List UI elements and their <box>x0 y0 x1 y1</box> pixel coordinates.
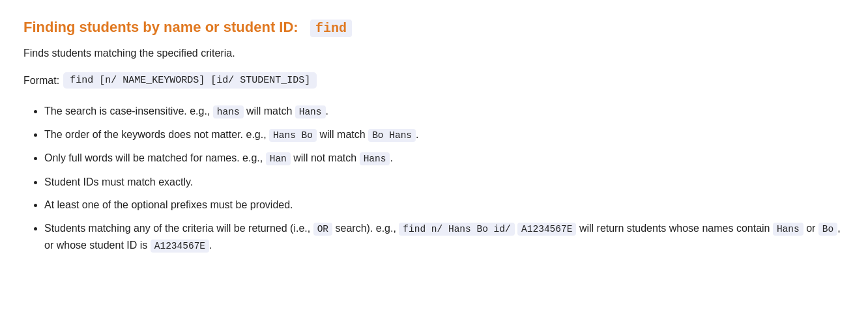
title-code: find <box>310 20 352 37</box>
bullet-text: The search is case-insensitive. e.g., <box>44 105 213 117</box>
inline-code: Bo Hans <box>368 129 416 142</box>
format-code: find [n/ NAME_KEYWORDS] [id/ STUDENT_IDS… <box>63 72 317 89</box>
bullet-text: search). e.g., <box>332 223 399 234</box>
bullet-text: or <box>803 223 818 234</box>
inline-code: Hans <box>295 105 326 118</box>
bullet-text: Only full words will be matched for name… <box>44 152 266 163</box>
list-item: At least one of the optional prefixes mu… <box>44 197 845 214</box>
bullet-text: At least one of the optional prefixes mu… <box>44 199 293 210</box>
list-item: Only full words will be matched for name… <box>44 150 845 167</box>
inline-code: A1234567E <box>151 240 209 253</box>
inline-code: Hans <box>773 223 803 236</box>
bullet-text: The order of the keywords does not matte… <box>44 129 269 140</box>
bullet-text: . <box>326 105 328 117</box>
bullet-text: will not match <box>291 152 360 163</box>
format-line: Format: find [n/ NAME_KEYWORDS] [id/ STU… <box>23 72 845 89</box>
inline-code: hans <box>213 105 244 118</box>
format-label: Format: <box>23 75 59 87</box>
list-item: The order of the keywords does not matte… <box>44 126 845 143</box>
list-item: Student IDs must match exactly. <box>44 174 845 191</box>
inline-code: A1234567E <box>517 223 576 236</box>
bullet-list: The search is case-insensitive. e.g., ha… <box>23 103 845 254</box>
bullet-text: will return students whose names contain <box>576 223 772 234</box>
inline-code: OR <box>313 223 332 236</box>
bullet-text: will match <box>244 105 295 117</box>
description-text: Finds students matching the specified cr… <box>23 48 845 59</box>
page-title: Finding students by name or student ID: … <box>23 18 845 37</box>
list-item: The search is case-insensitive. e.g., ha… <box>44 103 845 120</box>
bullet-text: . <box>390 152 392 163</box>
bullet-text: . <box>416 129 418 140</box>
title-text: Finding students by name or student ID: <box>23 19 298 35</box>
inline-code: Han <box>266 152 291 165</box>
list-item: Students matching any of the criteria wi… <box>44 220 845 254</box>
bullet-text: will match <box>317 129 368 140</box>
inline-code: find n/ Hans Bo id/ <box>399 223 514 236</box>
inline-code: Hans <box>360 152 390 165</box>
inline-code: Bo <box>818 223 837 236</box>
bullet-text: Student IDs must match exactly. <box>44 176 193 187</box>
bullet-text: . <box>209 240 212 251</box>
bullet-text: Students matching any of the criteria wi… <box>44 223 313 234</box>
inline-code: Hans Bo <box>269 129 317 142</box>
